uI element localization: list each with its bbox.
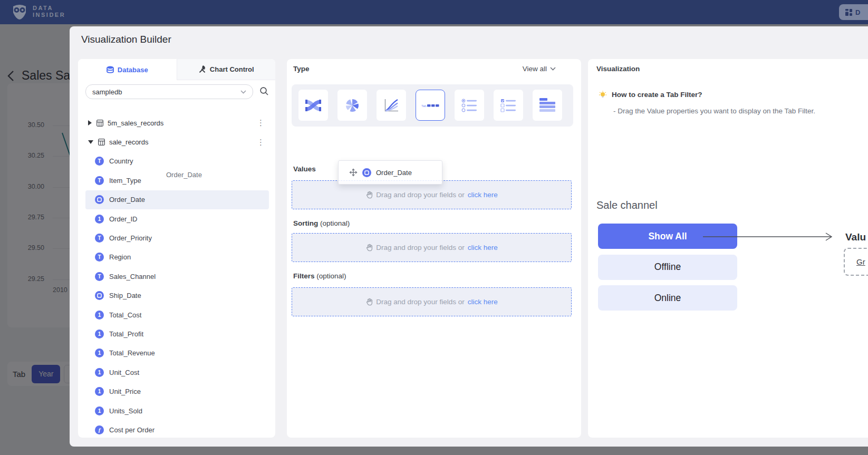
database-icon [107,66,114,74]
field-item-Unit_Cost[interactable]: 1Unit_Cost [85,363,269,382]
values-click-here-link[interactable]: click here [468,191,498,199]
datasource-select[interactable]: sampledb [85,84,253,99]
field-item-Order_Priority[interactable]: TOrder_Priority [85,228,269,247]
table-icon [98,139,105,146]
field-item-Region[interactable]: TRegion [85,248,269,267]
table-row-5m_sales_records[interactable]: 5m_sales_records⋮ [78,113,275,132]
radio-list-icon [461,99,477,112]
app-header: DATAINSIDER D [0,0,868,24]
chevron-down-icon[interactable] [88,140,93,144]
field-item-Country[interactable]: TCountry [85,152,269,171]
text-icon: T [95,272,104,281]
table-tree: 5m_sales_records⋮sale_records⋮TCountryTI… [78,113,275,440]
sorting-dropzone[interactable]: Drag and drop your fields or click here [292,233,572,262]
chart-type-table[interactable] [533,90,562,121]
dragging-field-chip[interactable]: Order_Date [338,160,442,185]
sorting-click-here-link[interactable]: click here [468,244,498,251]
preview-title: Sale channel [596,199,658,211]
panel-tabs: Database Chart Control [78,59,275,80]
tip: How to create a Tab Filter? [599,91,702,100]
dashboard-header-button[interactable]: D [839,4,868,20]
date-icon [95,195,104,204]
chip-label: Order_Date [376,169,412,177]
preview-option-online[interactable]: Online [598,285,737,311]
tip-body: - Drag the Value properties you want to … [613,107,815,115]
chart-type-tab-filter[interactable]: Tab [416,90,445,121]
line-icon [383,98,399,113]
table-menu-kebab-icon[interactable]: ⋮ [257,140,265,145]
chart-type-list: Tab [292,84,573,127]
tab-database[interactable]: Database [78,59,177,80]
tip-title: How to create a Tab Filter? [612,91,702,99]
builder-panel: Type View all Tab Values Drag and drop y… [287,59,581,438]
visualization-title: Visualization [596,65,640,73]
field-item-Unit_Price[interactable]: 1Unit_Price [85,382,269,401]
values-dropzone[interactable]: Drag and drop your fields or click here [292,180,572,209]
brand-name: DATAINSIDER [33,5,65,18]
flow-icon [305,99,321,112]
number-icon: 1 [95,368,104,377]
date-icon [362,168,371,177]
number-icon: 1 [95,406,104,415]
visualization-builder-modal: Visualization Builder Database [70,26,868,447]
tools-icon [198,65,206,73]
pie-icon [345,99,360,112]
number-icon: 1 [95,330,104,338]
field-item-Item_Type[interactable]: TItem_Type [85,171,269,190]
text-icon: T [95,253,104,262]
values-section-label: Values [293,165,316,173]
tab-chart-control[interactable]: Chart Control [177,59,276,80]
text-icon: T [95,234,104,243]
drag-hand-icon [365,244,373,251]
field-item-Order_Date[interactable]: Order_Date [85,190,269,209]
field-item-Ship_Date[interactable]: Ship_Date [85,286,269,305]
chart-type-radio-list[interactable] [455,90,484,121]
number-icon: 1 [95,387,104,396]
filters-dropzone[interactable]: Drag and drop your fields or click here [292,287,572,316]
table-icon [539,98,555,112]
table-menu-kebab-icon[interactable]: ⋮ [257,120,265,125]
filters-click-here-link[interactable]: click here [468,298,498,306]
date-icon [95,291,104,300]
text-icon: T [95,157,104,166]
field-item-Cost_per_Order[interactable]: fCost per Order [85,420,269,439]
chevron-down-icon [550,67,556,71]
annotation-arrow [703,231,835,244]
field-item-Total_Revenue[interactable]: 1Total_Revenue [85,344,269,363]
dashboard-icon [845,8,853,16]
type-section-label: Type [293,65,310,73]
annotation-heading: Valu [845,231,866,243]
annotation-link: Gr [856,257,865,266]
field-item-Order_ID[interactable]: 1Order_ID [85,209,269,228]
chevron-down-icon [240,90,246,94]
table-row-sale_records[interactable]: sale_records⋮ [78,132,275,151]
field-item-Units_Sold[interactable]: 1Units_Sold [85,401,269,420]
drag-hand-icon [365,191,373,199]
chart-type-line[interactable] [377,90,406,121]
svg-text:Tab: Tab [421,104,427,108]
modal-title: Visualization Builder [81,34,171,45]
view-all-button[interactable]: View all [523,65,556,73]
field-item-Sales_Channel[interactable]: TSales_Channel [85,267,269,286]
chart-type-pie[interactable] [337,90,367,121]
filters-section-label: Filters (optional) [293,272,346,280]
sorting-section-label: Sorting (optional) [293,219,350,227]
checkbox-list-icon [500,99,516,112]
field-item-Total_Cost[interactable]: 1Total_Cost [85,305,269,324]
database-panel: Database Chart Control sampledb [78,59,275,438]
tab-filter-icon: Tab [421,103,439,108]
preview-option-offline[interactable]: Offline [598,255,737,280]
search-icon[interactable] [259,86,269,96]
number-icon: 1 [95,348,104,357]
field-item-Total_Profit[interactable]: 1Total_Profit [85,324,269,343]
chart-type-checkbox-list[interactable] [494,90,523,121]
number-icon: 1 [95,311,104,320]
brand: DATAINSIDER [11,3,65,21]
annotation-dashed-box: Gr [844,248,868,276]
number-icon: 1 [95,215,104,224]
chevron-right-icon[interactable] [88,120,92,125]
formula-icon: f [95,425,104,434]
drag-hand-icon [365,298,373,306]
visualization-panel: Visualization How to create a Tab Filter… [588,59,868,438]
chart-type-flow[interactable] [298,90,328,121]
